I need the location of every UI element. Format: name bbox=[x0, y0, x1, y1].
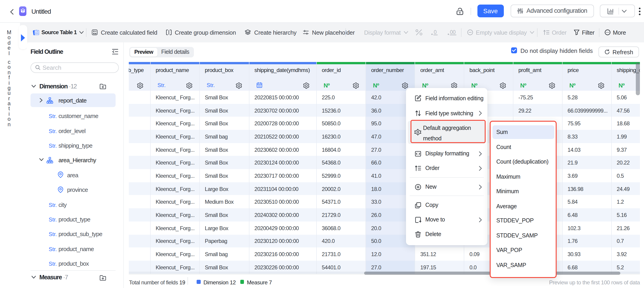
svg-text:00: 00 bbox=[450, 29, 455, 35]
svg-text:0: 0 bbox=[434, 29, 436, 35]
